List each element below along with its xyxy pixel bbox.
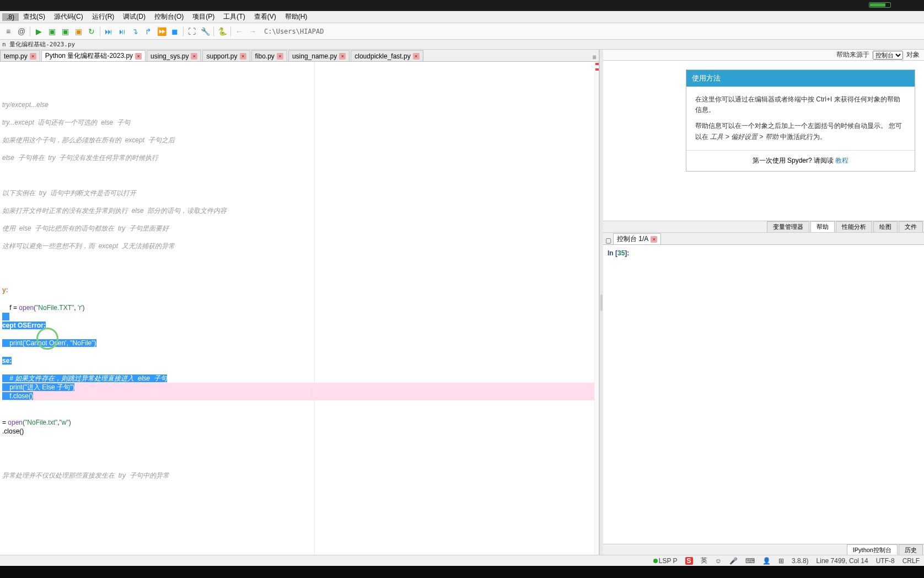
code-except: cept OSError: (2, 321, 597, 330)
run-cell-advance-button[interactable]: ▣ (59, 25, 71, 38)
tab-cloudpickle[interactable]: cloudpickle_fast.py× (351, 50, 423, 61)
code-comment: 异常处理并不仅仅处理那些直接发生在 try 子句中的异常 (2, 471, 597, 480)
windows-taskbar[interactable] (0, 566, 924, 578)
tutorial-link[interactable]: 教程 (835, 157, 848, 164)
console-bottom-tabs: IPython控制台 历史 (603, 544, 924, 556)
scroll-indicator[interactable] (594, 62, 599, 556)
tab-ipython-console[interactable]: IPython控制台 (847, 544, 898, 555)
nav-forward-icon[interactable]: → (246, 25, 259, 38)
close-icon[interactable]: × (30, 53, 36, 60)
title-bar-dark (0, 0, 924, 11)
code-comment: 以下实例在 try 语句中判断文件是否可以打开 (2, 189, 597, 197)
code-fclose: f.close() (2, 392, 597, 400)
tab-files[interactable]: 文件 (899, 221, 923, 232)
code-comment: 使用 else 子句比把所有的语句都放在 try 子句里面要好 (2, 224, 597, 233)
step-into-button[interactable]: ↴ (129, 25, 141, 38)
code-comment: try/except...else (2, 100, 597, 109)
close-icon[interactable]: × (413, 53, 420, 60)
help-footer: 第一次使用 Spyder? 请阅读 教程 (686, 150, 915, 171)
list-icon[interactable]: ≡ (2, 25, 14, 38)
person-icon[interactable]: 👤 (762, 557, 771, 565)
mic-icon[interactable]: 🎤 (729, 557, 738, 565)
run-cell-button[interactable]: ▣ (46, 25, 58, 38)
console-tab-1[interactable]: 控制台 1/A× (613, 233, 661, 244)
help-title: 使用方法 (686, 70, 915, 87)
close-icon[interactable]: × (651, 236, 657, 243)
tab-temp[interactable]: temp.py× (0, 50, 40, 61)
console-icon[interactable]: ▢ (603, 237, 613, 244)
breadcrumb: n 量化编程基础-2023.py (0, 40, 924, 50)
ime-indicator[interactable]: S (685, 557, 693, 565)
ime-lang[interactable]: 英 (701, 556, 707, 565)
working-dir-path: C:\Users\HIAPAD (264, 28, 324, 35)
version-badge: .8) (2, 13, 19, 21)
close-icon[interactable]: × (240, 53, 246, 60)
code-comment: 这样可以避免一些意想不到，而 except 又无法捕获的异常 (2, 242, 597, 250)
console-tabs: ▢ 控制台 1/A× (603, 233, 924, 245)
help-pane: 使用方法 在这里你可以通过在编辑器或者终端中按 Ctrl+I 来获得任何对象的帮… (603, 61, 924, 221)
step-out-button[interactable]: ↱ (142, 25, 154, 38)
line-ending: CRLF (902, 557, 920, 565)
encoding: UTF-8 (876, 557, 895, 565)
main-toolbar: ≡ @ ▶ ▣ ▣ ▣ ↻ ⏭ ⏯ ↴ ↱ ⏩ ◼ ⛶ 🔧 🐍 ← → C:\U… (0, 23, 924, 40)
tab-plots[interactable]: 绘图 (873, 221, 898, 232)
help-source-select[interactable]: 控制台 (873, 51, 903, 60)
tab-using-sys[interactable]: using_sys.py× (147, 50, 201, 61)
menu-tools[interactable]: 工具(T) (219, 12, 249, 22)
fullscreen-icon[interactable]: ⛶ (186, 25, 198, 38)
nav-back-icon[interactable]: ← (233, 25, 245, 38)
code-else: se: (2, 356, 597, 365)
tab-history[interactable]: 历史 (899, 544, 923, 555)
grid-icon[interactable]: ⊞ (778, 557, 784, 565)
code-print1: print('Cannot Open', "NoFile") (2, 339, 597, 347)
code-editor[interactable]: try/except...else try...except 语句还有一个可选的… (0, 62, 599, 556)
run-selection-button[interactable]: ▣ (72, 25, 84, 38)
tab-fibo[interactable]: fibo.py× (251, 50, 287, 61)
code-fopen: f = open("NoFile.TXT", 'r') (2, 303, 597, 312)
close-icon[interactable]: × (135, 53, 142, 60)
tab-variable-explorer[interactable]: 变量管理器 (767, 221, 809, 232)
menu-find[interactable]: 查找(S) (19, 12, 50, 22)
code-else-comment: # 如果文件存在，则跳过异常处理直接进入 else 子句 (2, 374, 597, 383)
emoji-icon[interactable]: ☺ (715, 557, 722, 565)
tab-overflow-icon[interactable]: ≡ (590, 53, 599, 61)
code-try: y: (2, 286, 597, 295)
menu-view[interactable]: 查看(V) (250, 12, 281, 22)
keyboard-icon[interactable]: ⌨ (745, 557, 755, 565)
code-comment: 如果打开文件时正常的没有发生异常则执行 else 部分的语句，读取文件内容 (2, 206, 597, 215)
console-prompt-num: 35 (617, 249, 625, 257)
code-open2: = open("NoFile.txt","w") (2, 418, 597, 427)
run-button[interactable]: ▶ (33, 25, 45, 38)
step-button[interactable]: ⏯ (116, 25, 128, 38)
settings-icon[interactable]: 🔧 (199, 25, 211, 38)
right-pane: 帮助来源于 控制台 对象 使用方法 在这里你可以通过在编辑器或者终端中按 Ctr… (603, 50, 924, 556)
battery-icon (869, 2, 891, 8)
code-comment: else 子句将在 try 子句没有发生任何异常的时候执行 (2, 153, 597, 162)
tab-main[interactable]: Python 量化编程基础-2023.py× (41, 50, 146, 61)
close-icon[interactable]: × (277, 53, 283, 60)
close-icon[interactable]: × (339, 53, 346, 60)
run-again-button[interactable]: ↻ (85, 25, 98, 38)
debug-button[interactable]: ⏭ (103, 25, 115, 38)
tab-help[interactable]: 帮助 (810, 221, 835, 232)
menu-run[interactable]: 运行(R) (88, 12, 119, 22)
menu-debug[interactable]: 调试(D) (119, 12, 150, 22)
at-icon[interactable]: @ (15, 25, 28, 38)
close-icon[interactable]: × (191, 53, 197, 60)
side-pane-tabs: 变量管理器 帮助 性能分析 绘图 文件 (603, 221, 924, 233)
ipython-console[interactable]: In [35]: (603, 245, 924, 544)
continue-button[interactable]: ⏩ (155, 25, 168, 38)
tab-using-name[interactable]: using_name.py× (288, 50, 350, 61)
menu-console[interactable]: 控制台(O) (150, 12, 188, 22)
python-icon[interactable]: 🐍 (216, 25, 228, 38)
menu-bar: .8) 查找(S) 源代码(C) 运行(R) 调试(D) 控制台(O) 项目(P… (0, 11, 924, 23)
lsp-status: LSP P (653, 557, 678, 565)
help-text-1: 在这里你可以通过在编辑器或者终端中按 Ctrl+I 来获得任何对象的帮助信息。 (695, 94, 906, 115)
menu-help[interactable]: 帮助(H) (281, 12, 312, 22)
menu-source[interactable]: 源代码(C) (50, 12, 88, 22)
cursor-position: Line 7499, Col 14 (816, 557, 868, 565)
tab-profiler[interactable]: 性能分析 (836, 221, 872, 232)
tab-support[interactable]: support.py× (202, 50, 250, 61)
menu-project[interactable]: 项目(P) (188, 12, 219, 22)
stop-button[interactable]: ◼ (169, 25, 181, 38)
